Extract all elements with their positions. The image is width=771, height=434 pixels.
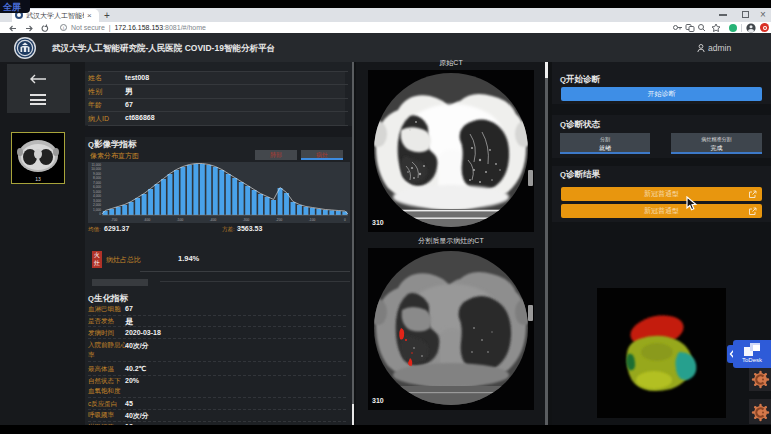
svg-text:9,000: 9,000 bbox=[93, 172, 101, 176]
svg-text:2,000: 2,000 bbox=[93, 203, 101, 207]
svg-text:7,000: 7,000 bbox=[93, 181, 101, 185]
svg-text:-700: -700 bbox=[111, 218, 118, 222]
svg-text:0: 0 bbox=[99, 212, 101, 216]
svg-text:-200: -200 bbox=[276, 218, 283, 222]
svg-text:1,000: 1,000 bbox=[93, 208, 101, 212]
svg-text:6,000: 6,000 bbox=[93, 185, 101, 189]
svg-text:11,000: 11,000 bbox=[91, 163, 101, 167]
svg-text:10,000: 10,000 bbox=[91, 167, 101, 171]
svg-text:4,000: 4,000 bbox=[93, 194, 101, 198]
svg-text:8,000: 8,000 bbox=[93, 176, 101, 180]
svg-text:5,000: 5,000 bbox=[93, 190, 101, 194]
svg-text:-300: -300 bbox=[243, 218, 250, 222]
svg-text:-600: -600 bbox=[144, 218, 151, 222]
svg-text:-500: -500 bbox=[177, 218, 184, 222]
svg-text:0: 0 bbox=[344, 218, 346, 222]
svg-text:3,000: 3,000 bbox=[93, 199, 101, 203]
svg-text:-100: -100 bbox=[309, 218, 316, 222]
svg-text:-400: -400 bbox=[210, 218, 217, 222]
